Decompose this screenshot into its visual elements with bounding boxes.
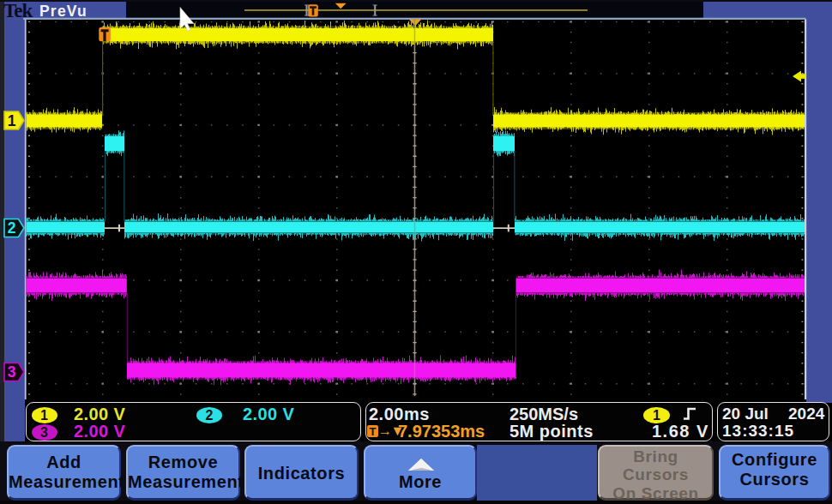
svg-text:3: 3 [8, 363, 16, 381]
svg-text:1: 1 [8, 112, 16, 129]
svg-text:2: 2 [8, 219, 16, 237]
